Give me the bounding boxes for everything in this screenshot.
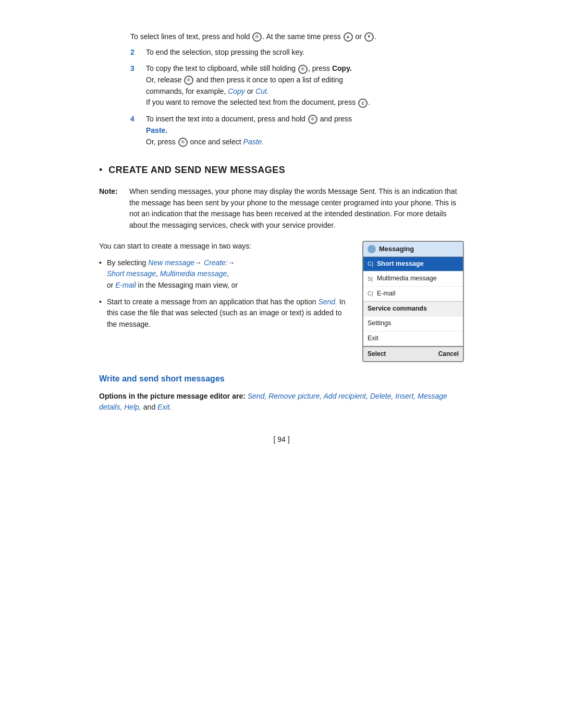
- select-lines-text: To select lines of text, press and hold …: [130, 31, 464, 43]
- left-column: You can start to create a message in two…: [99, 241, 350, 362]
- email-link: E-mail: [115, 281, 136, 289]
- paste-bold: Paste.: [146, 126, 167, 134]
- step-4: 4 To insert the text into a document, pr…: [130, 114, 464, 147]
- new-message-link: New message: [148, 258, 194, 267]
- options-exit: Exit.: [157, 403, 172, 411]
- scroll-icon-release: ⊛: [184, 76, 193, 85]
- multimedia-label: Multimedia message: [377, 274, 437, 283]
- phone-menu: C| Short message S| Multimedia message C…: [363, 257, 463, 346]
- scroll-icon-3: ⊛: [298, 65, 308, 74]
- options-bold: Options in the picture message editor ar…: [99, 392, 246, 400]
- scroll-icon-4: ⊛: [308, 115, 317, 124]
- exit-label: Exit: [368, 334, 378, 343]
- bullet-item-2: Start to create a message from an applic…: [99, 297, 350, 330]
- step-4-number: 4: [130, 114, 143, 147]
- phone-footer: Select Cancel: [363, 346, 463, 361]
- bullet-2-text: Start to create a message from an applic…: [107, 297, 350, 330]
- menu-item-service-commands[interactable]: Service commands: [363, 301, 463, 316]
- section-bullet: •: [99, 163, 102, 178]
- item-prefix-2: S|: [368, 275, 375, 283]
- steps-list: 2 To end the selection, stop pressing th…: [130, 47, 464, 148]
- settings-label: Settings: [368, 318, 391, 328]
- intro-text: You can start to create a message in two…: [99, 241, 350, 252]
- copy-bold: Copy.: [332, 64, 352, 72]
- note-label: Note:: [99, 186, 126, 231]
- short-message-label: Short message: [377, 259, 424, 269]
- send-link: Send.: [318, 298, 337, 306]
- menu-item-multimedia[interactable]: S| Multimedia message: [363, 272, 463, 286]
- menu-item-exit[interactable]: Exit: [363, 331, 463, 346]
- scroll-icon-once: ⊛: [178, 138, 188, 147]
- step-2: 2 To end the selection, stop pressing th…: [130, 47, 464, 58]
- up-scroll-icon: ▲: [344, 32, 353, 42]
- options-and: and: [143, 403, 157, 411]
- phone-header-title: Messaging: [379, 244, 414, 254]
- right-column: Messaging C| Short message S| Multimedia…: [362, 241, 464, 362]
- note-block: Note: When sending messages, your phone …: [99, 186, 464, 231]
- subsection-title: Write and send short messages: [99, 373, 464, 386]
- bullet-item-1: By selecting New message→ Create:→ Short…: [99, 257, 350, 291]
- top-continuation: To select lines of text, press and hold …: [99, 31, 464, 147]
- menu-item-short-message[interactable]: C| Short message: [363, 257, 463, 272]
- c-key-icon: c: [358, 98, 368, 108]
- options-line: Options in the picture message editor ar…: [99, 391, 464, 413]
- page-content: To select lines of text, press and hold …: [78, 0, 485, 728]
- phone-cancel-button[interactable]: Cancel: [438, 349, 459, 359]
- phone-mockup: Messaging C| Short message S| Multimedia…: [362, 241, 464, 362]
- step-3: 3 To copy the text to clipboard, while s…: [130, 63, 464, 108]
- menu-item-email[interactable]: C| E-mail: [363, 287, 463, 301]
- section-heading: • CREATE AND SEND NEW MESSAGES: [99, 163, 464, 178]
- item-prefix-1: C|: [368, 260, 375, 268]
- page-number: [ 94 ]: [99, 434, 464, 446]
- multimedia-message-link: Multimedia message: [160, 269, 227, 278]
- cut-link: Cut.: [255, 87, 269, 95]
- step-2-number: 2: [130, 47, 143, 58]
- phone-header: Messaging: [363, 242, 463, 257]
- email-label: E-mail: [377, 289, 395, 299]
- bullet-list: By selecting New message→ Create:→ Short…: [99, 257, 350, 330]
- phone-select-button[interactable]: Select: [368, 349, 386, 359]
- section-title: CREATE AND SEND NEW MESSAGES: [108, 163, 285, 178]
- subsection-heading-container: Write and send short messages: [99, 373, 464, 386]
- two-column-section: You can start to create a message in two…: [99, 241, 464, 362]
- paste-link: Paste.: [243, 138, 264, 146]
- service-commands-label: Service commands: [368, 304, 427, 314]
- copy-link: Copy: [228, 87, 245, 95]
- messaging-icon: [368, 245, 376, 253]
- scroll-key-icon: ⊛: [252, 32, 262, 42]
- short-message-link: Short message: [107, 269, 156, 278]
- bullet-1-text: By selecting New message→ Create:→ Short…: [107, 257, 238, 291]
- down-scroll-icon: ▼: [364, 32, 374, 42]
- menu-item-settings[interactable]: Settings: [363, 316, 463, 331]
- step-3-number: 3: [130, 63, 143, 108]
- create-link: Create:: [204, 258, 228, 267]
- note-content: When sending messages, your phone may di…: [129, 186, 464, 231]
- item-prefix-3: C|: [368, 289, 375, 298]
